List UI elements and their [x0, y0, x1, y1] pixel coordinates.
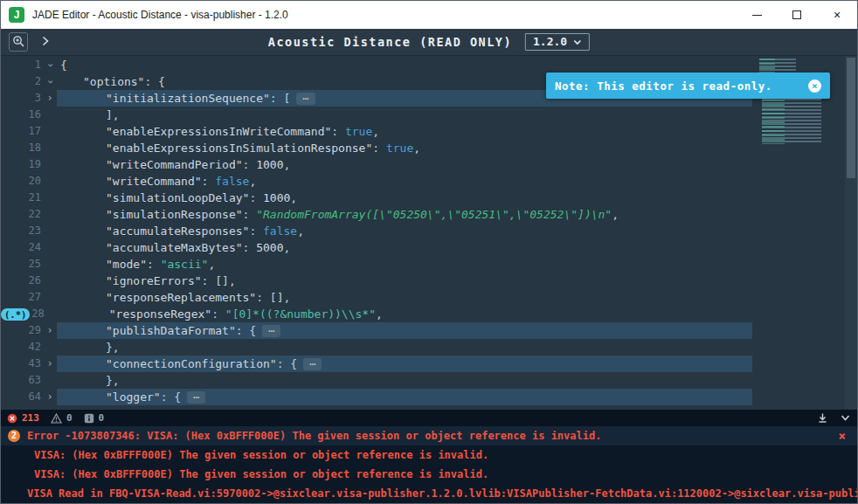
editor-line-43[interactable]: 43›"connectionConfiguration": {⋯ — [1, 356, 752, 372]
editor-line-21[interactable]: 21"simulationLoopDelay": 1000, — [1, 190, 752, 206]
line-number: 43 — [29, 356, 43, 372]
editor-line-17[interactable]: 17"enableExpressionsInWriteCommand": tru… — [1, 123, 752, 140]
line-number: 20 — [29, 173, 43, 190]
console-error-row[interactable]: 2Error -1073807346: VISA: (Hex 0xBFFF000… — [1, 426, 857, 445]
fold-expand-icon[interactable]: › — [43, 90, 57, 107]
folded-region-ellipsis[interactable]: ⋯ — [303, 358, 322, 370]
editor-line-42[interactable]: 42}, — [1, 339, 752, 356]
line-content[interactable]: "connectionConfiguration": {⋯ — [57, 356, 752, 372]
editor-line-28[interactable]: (.*)28"responseRegex": "[0]*((?&number))… — [1, 306, 752, 322]
line-content[interactable]: "simulationResponse": "RandomFromArray([… — [57, 206, 752, 223]
expand-all-button[interactable] — [36, 32, 55, 52]
dismiss-error-icon[interactable]: × — [839, 429, 846, 443]
scrollbar-thumb[interactable] — [847, 58, 855, 178]
line-number: 29 — [29, 322, 43, 339]
gutter: 26 — [1, 273, 57, 289]
token-punct: : { — [277, 357, 297, 370]
line-content[interactable]: ], — [57, 107, 752, 123]
token-bool: false — [263, 224, 297, 238]
line-content[interactable]: "accumulateResponses": false, — [57, 223, 752, 239]
token-key: "logger" — [106, 390, 161, 404]
token-punct: : [ — [270, 92, 290, 105]
magnifier-plus-icon — [12, 34, 24, 51]
zoom-button[interactable] — [9, 32, 28, 52]
error-count-icon[interactable] — [7, 413, 17, 424]
line-content[interactable]: }, — [57, 339, 752, 356]
editor-line-23[interactable]: 23"accumulateResponses": false, — [1, 223, 752, 239]
line-content[interactable]: "accumulateMaxBytes": 5000, — [57, 239, 752, 256]
token-punct: { — [60, 59, 67, 72]
warning-count-icon[interactable] — [51, 413, 62, 424]
regex-hint-badge[interactable]: (.*) — [1, 308, 30, 321]
line-content[interactable]: "writeCommand": false, — [57, 173, 752, 190]
editor-line-63[interactable]: 63}, — [1, 372, 752, 389]
line-content[interactable]: { — [57, 57, 752, 73]
fold-expand-icon[interactable]: › — [43, 322, 57, 339]
fold-expand-icon[interactable]: › — [43, 389, 57, 405]
console-error-row[interactable]: VISA: (Hex 0xBFFF000E) The given session… — [1, 465, 857, 484]
folded-region-ellipsis[interactable]: ⋯ — [296, 93, 315, 105]
token-punct: , — [297, 224, 304, 238]
token-punct: : — [211, 307, 225, 321]
console-error-row[interactable]: VISA Read in FBQ-VISA-Read.vi:5970002->@… — [1, 484, 857, 503]
editor-line-25[interactable]: 25"mode": "ascii", — [1, 256, 752, 273]
collapse-console-icon[interactable] — [840, 414, 851, 422]
line-content[interactable]: "mode": "ascii", — [57, 256, 752, 273]
token-punct: : — [256, 291, 270, 304]
editor-line-1[interactable]: 1›{ — [1, 57, 752, 73]
editor-line-29[interactable]: 29›"publishDataFormat": {⋯ — [1, 322, 752, 339]
line-content[interactable]: }, — [57, 372, 752, 389]
editor-line-19[interactable]: 19"writeCommandPeriod": 1000, — [1, 156, 752, 173]
window-controls: × — [737, 1, 857, 29]
editor-line-27[interactable]: 27"responseReplacements": [], — [1, 289, 752, 306]
line-number: 25 — [29, 256, 43, 273]
line-content[interactable]: "enableExpressionsInSimulationResponse":… — [57, 140, 752, 156]
scroll-to-bottom-icon[interactable] — [817, 412, 828, 424]
editor-scrollbar[interactable] — [845, 56, 857, 409]
token-key: "connectionConfiguration" — [106, 357, 277, 370]
gutter: 63 — [1, 372, 57, 389]
editor-line-18[interactable]: 18"enableExpressionsInSimulationResponse… — [1, 140, 752, 156]
line-content[interactable]: "simulationLoopDelay": 1000, — [57, 190, 752, 206]
line-number: 26 — [29, 273, 43, 289]
version-dropdown[interactable]: 1.2.0 — [525, 33, 590, 51]
minimap[interactable] — [754, 56, 843, 409]
line-content[interactable]: "logger": {⋯ — [57, 389, 752, 405]
line-content[interactable]: "responseReplacements": [], — [57, 289, 752, 306]
fold-collapse-icon[interactable]: › — [42, 59, 59, 72]
editor-line-16[interactable]: 16], — [1, 107, 752, 123]
maximize-button[interactable] — [777, 1, 817, 29]
line-content[interactable]: "writeCommandPeriod": 1000, — [57, 156, 752, 173]
close-button[interactable]: × — [817, 1, 857, 29]
fold-expand-icon[interactable]: › — [43, 356, 57, 372]
gutter: 1› — [1, 57, 57, 73]
token-punct: : — [202, 175, 216, 188]
token-punct: , — [376, 307, 383, 321]
line-content[interactable]: "publishDataFormat": {⋯ — [57, 322, 752, 339]
warning-count: 0 — [66, 412, 73, 424]
info-count-icon[interactable] — [84, 413, 94, 424]
window-title: JADE Editor - Acoustic Distance - visa-p… — [32, 9, 288, 21]
folded-region-ellipsis[interactable]: ⋯ — [187, 391, 205, 404]
editor-line-24[interactable]: 24"accumulateMaxBytes": 5000, — [1, 239, 752, 256]
editor-line-20[interactable]: 20"writeCommand": false, — [1, 173, 752, 190]
line-content[interactable]: "enableExpressionsInWriteCommand": true, — [57, 123, 752, 140]
gutter: 64› — [1, 389, 57, 405]
fold-collapse-icon[interactable]: › — [42, 75, 59, 89]
editor-line-64[interactable]: 64›"logger": {⋯ — [1, 389, 752, 405]
minimize-button[interactable] — [737, 1, 777, 29]
error-repeat-count-badge: 2 — [8, 430, 20, 442]
token-punct: , — [208, 258, 215, 271]
editor-line-22[interactable]: 22"simulationResponse": "RandomFromArray… — [1, 206, 752, 223]
folded-region-ellipsis[interactable]: ⋯ — [262, 325, 280, 337]
console-error-row[interactable]: VISA: (Hex 0xBFFF000E) The given session… — [1, 445, 857, 465]
token-key: "simulationResponse" — [106, 208, 243, 221]
notification-close-icon[interactable]: × — [808, 79, 821, 93]
line-content[interactable]: "ignoreErrors": [], — [57, 273, 752, 289]
line-content[interactable]: "responseRegex": "[0]*((?&number))\\s*", — [60, 306, 752, 322]
minimap-block — [762, 95, 785, 144]
token-key: "initializationSequence" — [106, 92, 270, 105]
token-bool: false — [215, 175, 249, 188]
editor-line-26[interactable]: 26"ignoreErrors": [], — [1, 273, 752, 289]
line-number: 21 — [29, 190, 43, 206]
